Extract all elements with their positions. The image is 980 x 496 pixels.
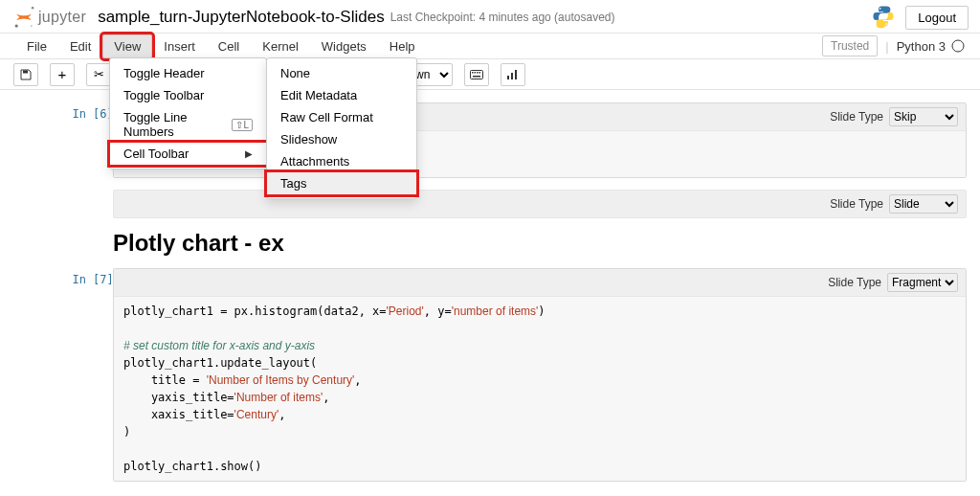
code-cell[interactable]: In [7]: Slide Type Fragment plotly_chart…	[13, 268, 967, 482]
cell-toolbar-tags[interactable]: Tags	[264, 169, 419, 197]
svg-point-3	[880, 8, 881, 10]
insert-below-button[interactable]: +	[50, 63, 75, 86]
svg-rect-19	[515, 70, 517, 79]
cell-toolbar-item[interactable]: Cell Toolbar▶	[107, 140, 269, 168]
trusted-indicator[interactable]: Trusted	[822, 35, 878, 56]
shortcut-label: ⇧L	[232, 119, 253, 131]
notebook-title[interactable]: sample_turn-JupyterNotebook-to-Slides	[98, 8, 385, 27]
svg-rect-18	[511, 73, 513, 79]
chart-button[interactable]	[501, 63, 525, 86]
menubar: File Edit View Insert Cell Kernel Widget…	[0, 33, 980, 59]
cell-toolbar-submenu: None Edit Metadata Raw Cell Format Slide…	[266, 57, 417, 199]
input-prompt: In [7]:	[46, 273, 121, 286]
save-icon	[20, 69, 32, 80]
menu-insert[interactable]: Insert	[152, 34, 207, 58]
jupyter-icon	[11, 5, 36, 30]
barchart-icon	[506, 69, 520, 80]
code-editor[interactable]: plotly_chart1 = px.histogram(data2, x='P…	[114, 297, 966, 481]
svg-point-0	[32, 7, 34, 10]
kernel-indicator[interactable]: Python 3	[897, 39, 965, 54]
save-button[interactable]	[13, 63, 38, 86]
cell-toolbar-none[interactable]: None	[267, 62, 416, 84]
menu-widgets[interactable]: Widgets	[310, 34, 378, 58]
svg-rect-12	[472, 72, 474, 74]
slide-type-label: Slide Type	[830, 197, 883, 211]
svg-point-1	[15, 24, 18, 27]
brand-text: jupyter	[38, 9, 86, 26]
slide-type-label: Slide Type	[828, 276, 881, 289]
markdown-cell[interactable]: Slide Type Slide Plotly chart - ex	[13, 190, 967, 257]
kernel-status-icon	[951, 39, 965, 53]
cell-toolbar-row: Slide Type Slide	[113, 190, 967, 218]
plus-icon: +	[58, 67, 67, 81]
menu-help[interactable]: Help	[378, 34, 427, 58]
command-palette-button[interactable]	[464, 63, 489, 86]
menu-view[interactable]: View	[102, 34, 152, 58]
keyboard-icon	[470, 70, 483, 79]
cell-toolbar-edit-metadata[interactable]: Edit Metadata	[267, 84, 416, 106]
toggle-line-numbers-item[interactable]: Toggle Line Numbers⇧L	[110, 106, 266, 143]
svg-rect-14	[477, 72, 479, 74]
menu-edit[interactable]: Edit	[58, 34, 102, 58]
toggle-toolbar-item[interactable]: Toggle Toolbar	[110, 84, 266, 106]
svg-rect-11	[471, 70, 483, 79]
svg-rect-15	[479, 72, 481, 74]
slide-type-label: Slide Type	[830, 110, 883, 124]
menu-cell[interactable]: Cell	[207, 34, 251, 58]
cut-button[interactable]: ✂	[86, 63, 111, 86]
checkpoint-label: Last Checkpoint: 4 minutes ago (autosave…	[390, 11, 615, 24]
slide-type-select[interactable]: Slide	[889, 194, 958, 214]
svg-rect-13	[475, 72, 477, 74]
cut-icon: ✂	[94, 67, 104, 81]
menu-file[interactable]: File	[15, 34, 58, 58]
cell-toolbar-row: Slide Type Fragment	[114, 269, 966, 297]
jupyter-logo[interactable]: jupyter	[11, 5, 86, 30]
markdown-heading: Plotly chart - ex	[113, 230, 967, 257]
view-dropdown: Toggle Header Toggle Toolbar Toggle Line…	[109, 57, 267, 169]
svg-point-4	[886, 23, 888, 25]
python-icon	[871, 4, 896, 32]
toggle-header-item[interactable]: Toggle Header	[110, 62, 266, 84]
kernel-name: Python 3	[897, 39, 946, 54]
svg-point-2	[31, 25, 33, 27]
slide-type-select[interactable]: Fragment	[887, 273, 958, 292]
cell-toolbar-slideshow[interactable]: Slideshow	[267, 128, 416, 150]
slide-type-select[interactable]: Skip	[889, 107, 958, 126]
svg-rect-16	[473, 76, 480, 78]
caret-right-icon: ▶	[245, 148, 253, 159]
header: jupyter sample_turn-JupyterNotebook-to-S…	[0, 0, 980, 33]
svg-rect-6	[23, 70, 28, 73]
svg-point-5	[952, 40, 964, 52]
cell-toolbar-raw[interactable]: Raw Cell Format	[267, 106, 416, 128]
svg-rect-17	[507, 76, 509, 79]
logout-button[interactable]: Logout	[905, 6, 969, 30]
menu-kernel[interactable]: Kernel	[251, 34, 310, 58]
